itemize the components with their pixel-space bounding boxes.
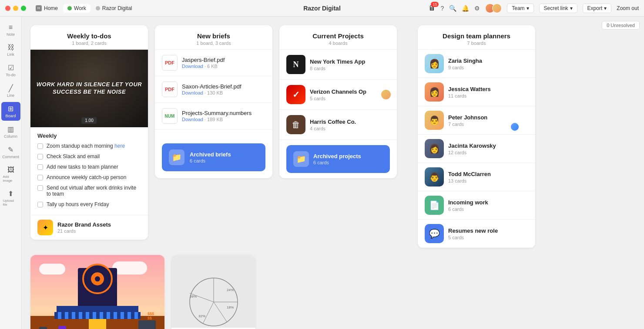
sidebar-item-todo[interactable]: ☑ To-do [1, 61, 20, 80]
todo-link-0[interactable]: here [114, 143, 125, 149]
coffee-sub: 4 cards [310, 126, 390, 131]
tab-work[interactable]: Work [63, 4, 91, 13]
tab-razordigital-label: Razor Digital [102, 5, 132, 11]
secret-link-button[interactable]: Secret link ▾ [539, 3, 577, 13]
export-button[interactable]: Export ▾ [583, 3, 612, 13]
tab-home[interactable]: H Home [31, 4, 62, 13]
file-download-0[interactable]: Download [182, 64, 203, 69]
file-meta-0: Download · 6 KB [182, 64, 265, 69]
file-download-2[interactable]: Download [182, 117, 203, 122]
project-nyt[interactable]: N New York Times App 8 cards [279, 50, 397, 80]
verizon-sub: 5 cards [310, 96, 390, 101]
sidebar-item-note[interactable]: ≡ Note [1, 21, 20, 39]
tab-work-label: Work [74, 5, 86, 11]
comment-icon: ✎ [8, 146, 13, 154]
design-planners-title: Design team planners [425, 32, 528, 40]
archived-briefs-icon: 📁 [169, 149, 184, 165]
help-icon[interactable]: ? [440, 5, 444, 12]
todo-item: Add new tasks to team planner [37, 162, 141, 172]
todo-item: Send out virtual after work drinks invit… [37, 183, 141, 199]
note-icon: ≡ [9, 24, 13, 31]
maximize-button[interactable] [21, 6, 26, 11]
numbers-icon: NUM [162, 108, 178, 124]
archived-briefs-card[interactable]: 📁 Archived briefs 6 cards [162, 143, 265, 171]
weekly-section-title: Weekly [30, 127, 148, 141]
todd-name: Todd McClarren [448, 171, 528, 177]
traffic-lights [5, 6, 26, 11]
sidebar-item-board[interactable]: ⊞ Board [1, 102, 20, 121]
sidebar-item-line[interactable]: ╱ Line [1, 81, 20, 100]
razor-brand-card[interactable]: ✦ Razor Brand Assets 21 cards [30, 215, 148, 240]
weekly-image-text: WORK HARD IN SILENCE LET YOUR SUCCESS BE… [30, 77, 148, 100]
team-button[interactable]: Team ▾ [507, 3, 533, 13]
todo-checkbox-3[interactable] [37, 175, 43, 180]
project-verizon[interactable]: ✓ Verizon Channels Op 5 cards [279, 80, 397, 110]
todo-checkbox-5[interactable] [37, 202, 43, 207]
pdf-label: PDF [165, 87, 174, 92]
file-info-0: Jaspers-Brief.pdf Download · 6 KB [182, 57, 265, 69]
sidebar-item-addimage[interactable]: 🖼 Add image [1, 163, 20, 185]
chevron-down-icon: ▾ [570, 5, 573, 11]
avatar-resumes: 💬 [425, 224, 444, 243]
file-size-0: · 6 KB [205, 64, 218, 69]
todo-checkbox-0[interactable] [37, 143, 43, 149]
secret-link-label: Secret link [544, 5, 568, 11]
planner-peter[interactable]: 👨 Peter Johnson 7 cards [418, 106, 535, 135]
minimize-button[interactable] [13, 6, 18, 11]
bell-icon[interactable]: 🔔 [462, 5, 469, 12]
archived-projects-card[interactable]: 📁 Archived projects 6 cards [286, 145, 390, 173]
verizon-avatar [380, 89, 392, 100]
planner-resumes[interactable]: 💬 Resumes new role 5 cards [418, 220, 535, 248]
settings-icon[interactable]: ⚙ [474, 5, 480, 12]
notifications-button[interactable]: 🖥 15 [428, 4, 435, 12]
jacinta-sub: 12 cards [448, 150, 528, 155]
todd-sub: 13 cards [448, 178, 528, 183]
file-download-1[interactable]: Download [182, 90, 203, 95]
tab-home-label: Home [44, 5, 58, 11]
design-planners-board: Design team planners 7 boards 👩 Zaria Si… [418, 25, 535, 248]
planner-incoming[interactable]: 📄 Incoming work 6 cards [418, 191, 535, 220]
razor-brand-icon: ✦ [37, 220, 53, 235]
pdf-label: PDF [165, 60, 174, 65]
sidebar-item-upload[interactable]: ⬆ Upload file [1, 187, 20, 209]
numbers-label: NUM [165, 114, 175, 119]
avatar-user2 [492, 3, 502, 13]
todo-checkbox-1[interactable] [37, 154, 43, 159]
planner-zaria[interactable]: 👩 Zaria Singha 9 cards [418, 50, 535, 78]
file-name-2: Projects-Summary.numbers [182, 110, 265, 116]
tab-razordigital[interactable]: Razor Digital [91, 4, 137, 13]
nyt-icon: N [286, 55, 305, 74]
todd-info: Todd McClarren 13 cards [448, 171, 528, 183]
store-illustration-card[interactable]: $$$$$ [30, 255, 164, 329]
todo-text-0: Zoom standup each morning here [47, 143, 125, 149]
sidebar-label-todo: To-do [6, 73, 16, 77]
sidebar-item-column[interactable]: ▥ Column [1, 122, 20, 141]
pdf-icon-0: PDF [162, 55, 178, 71]
svg-line-3 [203, 302, 214, 324]
export-label: Export [587, 5, 603, 11]
zoom-out-button[interactable]: Zoom out [617, 5, 639, 11]
archived-briefs-name: Archived briefs [190, 151, 231, 158]
store-illustration-image: $$$$$ [30, 255, 164, 329]
avatar-group [485, 3, 502, 13]
peter-overlay-avatar [510, 122, 520, 132]
planner-jacinta[interactable]: 👩 Jacinta Karowsky 12 cards [418, 135, 535, 163]
verizon-info: Verizon Channels Op 5 cards [310, 88, 390, 101]
search-icon[interactable]: 🔍 [449, 5, 456, 12]
todo-text-4: Send out virtual after work drinks invit… [47, 185, 141, 197]
resumes-sub: 5 cards [448, 235, 528, 240]
sketch-card[interactable]: 24% 18% 32% 26% Concept sketch for Harri… [171, 255, 255, 329]
project-coffee[interactable]: 🗑 Harris Coffee Co. 4 cards [279, 110, 397, 140]
weekly-todos-board: Weekly to-dos 1 board, 2 cards WORK HARD… [30, 25, 148, 240]
planner-jessica[interactable]: 👩 Jessica Watters 11 cards [418, 78, 535, 106]
close-button[interactable] [5, 6, 10, 11]
archived-projects-sub: 6 cards [313, 160, 361, 165]
todo-checkbox-4[interactable] [37, 185, 43, 191]
planner-todd[interactable]: 👨 Todd McClarren 13 cards [418, 163, 535, 191]
sidebar-item-link[interactable]: ⛓ Link [1, 41, 20, 59]
unresolved-button[interactable]: 0 Unresolved [602, 21, 640, 30]
new-briefs-subtitle: 1 board, 3 cards [162, 41, 265, 46]
todo-checkbox-2[interactable] [37, 164, 43, 170]
sidebar-label-addimage: Add image [3, 175, 19, 183]
sidebar-item-comment[interactable]: ✎ Comment [1, 143, 20, 162]
